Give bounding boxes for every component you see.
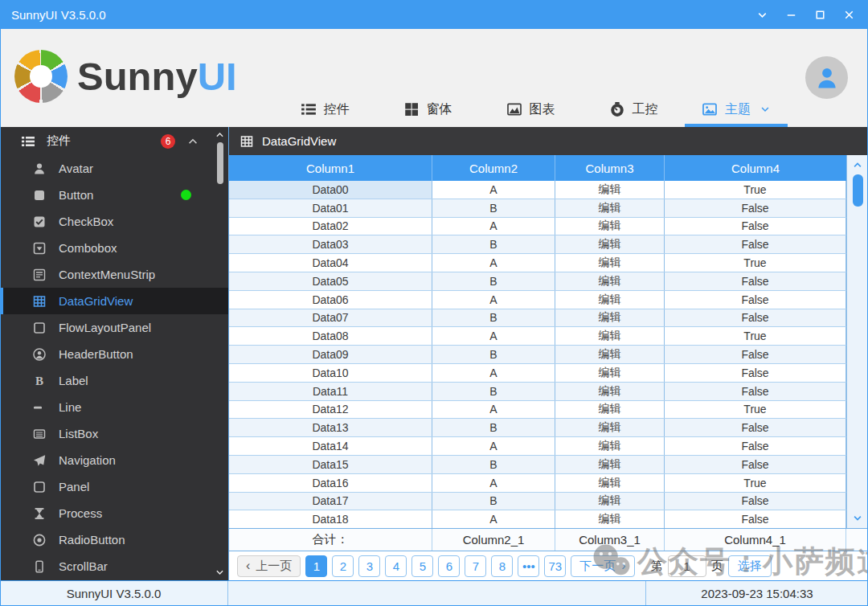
table-cell[interactable]: 编辑 (555, 272, 665, 290)
column-header-column3[interactable]: Column3 (555, 155, 665, 181)
table-cell[interactable]: 编辑 (555, 327, 665, 345)
sidebar-item-line[interactable]: Line (0, 394, 228, 420)
table-cell[interactable]: 编辑 (555, 401, 665, 419)
sidebar-item-label[interactable]: BLabel (0, 367, 228, 394)
table-cell[interactable]: Data08 (229, 327, 432, 345)
sidebar-item-flowlayoutpanel[interactable]: FlowLayoutPanel (0, 314, 228, 341)
table-cell[interactable]: A (432, 401, 555, 419)
sidebar-item-panel[interactable]: Panel (0, 473, 228, 500)
table-cell[interactable]: B (432, 493, 555, 510)
table-cell[interactable]: Data02 (229, 218, 432, 235)
table-cell[interactable]: B (432, 309, 555, 327)
table-cell[interactable]: A (432, 510, 555, 528)
sidebar-item-headerbutton[interactable]: HeaderButton (0, 341, 228, 367)
titlebar-dropdown-button[interactable] (752, 5, 772, 24)
table-row[interactable]: Data13B编辑False (229, 419, 846, 437)
table-cell[interactable]: 编辑 (555, 346, 665, 363)
nav-tab-窗体[interactable]: 窗体 (376, 92, 479, 127)
sidebar-item-process[interactable]: Process (0, 500, 228, 526)
table-row[interactable]: Data11B编辑False (229, 383, 846, 401)
sidebar-item-navigation[interactable]: Navigation (0, 447, 228, 473)
table-cell[interactable]: B (432, 272, 555, 290)
table-row[interactable]: Data00A编辑True (229, 181, 846, 199)
table-cell[interactable]: True (665, 254, 846, 272)
table-cell[interactable]: False (665, 199, 846, 217)
table-cell[interactable]: A (432, 254, 555, 272)
table-cell[interactable]: Data05 (229, 272, 432, 290)
table-cell[interactable]: Data01 (229, 199, 432, 217)
table-cell[interactable]: A (432, 181, 555, 199)
table-cell[interactable]: 编辑 (555, 456, 665, 473)
sidebar-item-checkbox[interactable]: CheckBox (0, 208, 228, 235)
scroll-down-icon[interactable] (852, 513, 863, 524)
sidebar-header[interactable]: 控件 6 (0, 127, 228, 155)
table-cell[interactable]: A (432, 327, 555, 345)
table-cell[interactable]: Data00 (229, 181, 432, 199)
table-cell[interactable]: Data18 (229, 510, 432, 528)
table-row[interactable]: Data05B编辑False (229, 272, 846, 291)
scrollbar-thumb[interactable] (217, 142, 223, 184)
table-cell[interactable]: B (432, 199, 555, 217)
table-cell[interactable]: False (665, 419, 846, 436)
table-row[interactable]: Data07B编辑False (229, 309, 846, 328)
chevron-up-icon[interactable] (186, 135, 199, 148)
table-cell[interactable]: Data04 (229, 254, 432, 272)
table-cell[interactable]: 编辑 (555, 419, 665, 436)
page-button-7[interactable]: 7 (465, 555, 486, 577)
scrollbar-thumb[interactable] (853, 174, 863, 207)
table-cell[interactable]: False (665, 272, 846, 290)
table-cell[interactable]: 编辑 (555, 291, 665, 309)
table-cell[interactable]: A (432, 291, 555, 309)
table-cell[interactable]: A (432, 474, 555, 492)
scroll-up-icon[interactable] (215, 129, 225, 140)
table-row[interactable]: Data08A编辑True (229, 327, 846, 346)
column-header-column1[interactable]: Column1 (229, 155, 432, 181)
minimize-button[interactable] (781, 5, 800, 24)
table-cell[interactable]: 编辑 (555, 383, 665, 400)
table-row[interactable]: Data16A编辑True (229, 474, 846, 493)
table-cell[interactable]: B (432, 383, 555, 400)
table-row[interactable]: Data17B编辑False (229, 493, 846, 511)
table-row[interactable]: Data14A编辑False (229, 437, 846, 456)
table-cell[interactable]: 编辑 (555, 199, 665, 217)
table-cell[interactable]: 编辑 (555, 235, 665, 253)
table-cell[interactable]: 编辑 (555, 437, 665, 455)
sidebar-item-contextmenustrip[interactable]: ContextMenuStrip (0, 261, 228, 288)
table-cell[interactable]: False (665, 437, 846, 455)
table-cell[interactable]: A (432, 437, 555, 455)
close-button[interactable] (839, 5, 858, 24)
column-header-column4[interactable]: Column4 (665, 155, 846, 181)
table-cell[interactable]: False (665, 235, 846, 253)
table-cell[interactable]: 编辑 (555, 510, 665, 528)
table-row[interactable]: Data06A编辑False (229, 291, 846, 309)
page-button-3[interactable]: 3 (358, 555, 380, 577)
table-row[interactable]: Data04A编辑True (229, 254, 846, 272)
table-cell[interactable]: B (432, 235, 555, 253)
last-page-button[interactable]: 73 (544, 555, 566, 577)
table-cell[interactable]: 编辑 (555, 364, 665, 382)
table-row[interactable]: Data10A编辑False (229, 364, 846, 383)
ellipsis-page-button[interactable]: ••• (518, 555, 539, 577)
table-row[interactable]: Data12A编辑True (229, 401, 846, 420)
table-cell[interactable]: 编辑 (555, 218, 665, 235)
table-cell[interactable]: 编辑 (555, 254, 665, 272)
table-cell[interactable]: Data10 (229, 364, 432, 382)
table-cell[interactable]: Data12 (229, 401, 432, 419)
table-cell[interactable]: Data13 (229, 419, 432, 436)
table-cell[interactable]: Data16 (229, 474, 432, 492)
table-cell[interactable]: 编辑 (555, 493, 665, 510)
table-cell[interactable]: True (665, 327, 846, 345)
next-page-button[interactable]: 下一页 › (571, 555, 634, 577)
page-button-2[interactable]: 2 (332, 555, 354, 577)
sidebar-item-scrollbar[interactable]: ScrollBar (0, 553, 228, 579)
page-button-8[interactable]: 8 (491, 555, 513, 577)
table-cell[interactable]: False (665, 364, 846, 382)
chevron-down-icon[interactable] (760, 104, 771, 115)
user-avatar[interactable] (805, 56, 848, 99)
table-cell[interactable]: True (665, 181, 846, 199)
table-cell[interactable]: 编辑 (555, 474, 665, 492)
table-cell[interactable]: Data09 (229, 346, 432, 363)
table-cell[interactable]: Data06 (229, 291, 432, 309)
nav-tab-图表[interactable]: 图表 (479, 92, 582, 127)
table-cell[interactable]: False (665, 383, 846, 400)
